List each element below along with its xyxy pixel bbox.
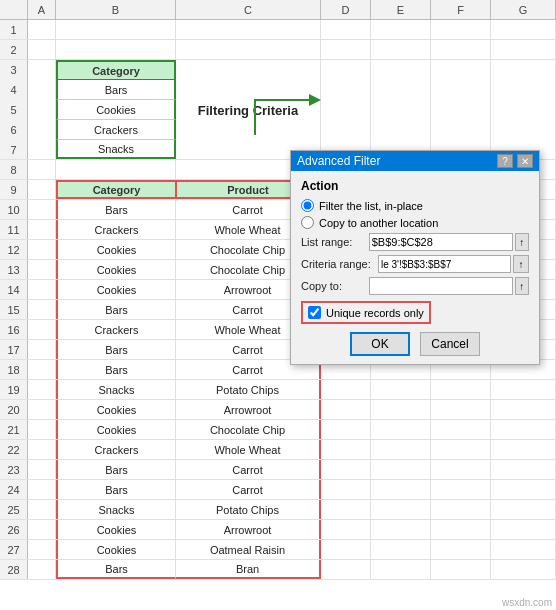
cell-f23[interactable] [431, 460, 491, 479]
cell-f20[interactable] [431, 400, 491, 419]
cell-b3-criteria-header[interactable]: Category [56, 60, 176, 80]
cell-c19[interactable]: Potato Chips [176, 380, 321, 399]
cell-c3[interactable] [176, 60, 321, 80]
cell-d23[interactable] [321, 460, 371, 479]
cell-a2[interactable] [28, 40, 56, 59]
cell-d19[interactable] [321, 380, 371, 399]
cell-d24[interactable] [321, 480, 371, 499]
cell-f24[interactable] [431, 480, 491, 499]
cell-a27[interactable] [28, 540, 56, 559]
advanced-filter-dialog[interactable]: Advanced Filter ? ✕ Action Filter the li… [290, 150, 540, 365]
cell-b19[interactable]: Snacks [56, 380, 176, 399]
cell-d27[interactable] [321, 540, 371, 559]
cell-b1[interactable] [56, 20, 176, 39]
cell-c5[interactable]: Filtering Criteria [176, 100, 321, 120]
cell-a23[interactable] [28, 460, 56, 479]
cell-g5[interactable] [491, 100, 556, 120]
cell-f28[interactable] [431, 560, 491, 579]
cell-e5[interactable] [371, 100, 431, 120]
cell-e24[interactable] [371, 480, 431, 499]
cell-b14[interactable]: Cookies [56, 280, 176, 299]
cell-e1[interactable] [371, 20, 431, 39]
cell-g21[interactable] [491, 420, 556, 439]
cell-f27[interactable] [431, 540, 491, 559]
cell-a26[interactable] [28, 520, 56, 539]
cell-a24[interactable] [28, 480, 56, 499]
cell-b18[interactable]: Bars [56, 360, 176, 379]
cell-d1[interactable] [321, 20, 371, 39]
cell-b27[interactable]: Cookies [56, 540, 176, 559]
cell-g27[interactable] [491, 540, 556, 559]
cell-d21[interactable] [321, 420, 371, 439]
cell-a3[interactable] [28, 60, 56, 80]
cell-e27[interactable] [371, 540, 431, 559]
cell-g6[interactable] [491, 120, 556, 140]
cell-a16[interactable] [28, 320, 56, 339]
cell-b26[interactable]: Cookies [56, 520, 176, 539]
criteria-range-input[interactable] [378, 255, 511, 273]
copy-to-input[interactable] [369, 277, 513, 295]
cell-b12[interactable]: Cookies [56, 240, 176, 259]
cell-c26[interactable]: Arrowroot [176, 520, 321, 539]
cell-g2[interactable] [491, 40, 556, 59]
cell-b7-snacks[interactable]: Snacks [56, 140, 176, 159]
cell-b11[interactable]: Crackers [56, 220, 176, 239]
criteria-range-collapse-button[interactable]: ↑ [513, 255, 529, 273]
cell-c1[interactable] [176, 20, 321, 39]
cell-e3[interactable] [371, 60, 431, 80]
cell-c28[interactable]: Bran [176, 560, 321, 579]
cell-e2[interactable] [371, 40, 431, 59]
cell-f2[interactable] [431, 40, 491, 59]
unique-records-row[interactable]: Unique records only [301, 301, 431, 324]
cell-a17[interactable] [28, 340, 56, 359]
cell-b23[interactable]: Bars [56, 460, 176, 479]
cell-d28[interactable] [321, 560, 371, 579]
cell-b10[interactable]: Bars [56, 200, 176, 219]
cell-b17[interactable]: Bars [56, 340, 176, 359]
dialog-radio-row-1[interactable]: Filter the list, in-place [301, 199, 529, 212]
cell-e19[interactable] [371, 380, 431, 399]
cell-c21[interactable]: Chocolate Chip [176, 420, 321, 439]
cell-e23[interactable] [371, 460, 431, 479]
cell-b15[interactable]: Bars [56, 300, 176, 319]
cell-g28[interactable] [491, 560, 556, 579]
cell-g22[interactable] [491, 440, 556, 459]
radio-filter-inplace[interactable] [301, 199, 314, 212]
cell-d4[interactable] [321, 80, 371, 100]
cell-c27[interactable]: Oatmeal Raisin [176, 540, 321, 559]
dialog-ok-button[interactable]: OK [350, 332, 410, 356]
cell-b4-bars[interactable]: Bars [56, 80, 176, 100]
cell-a20[interactable] [28, 400, 56, 419]
cell-a4[interactable] [28, 80, 56, 100]
cell-f6[interactable] [431, 120, 491, 140]
cell-e26[interactable] [371, 520, 431, 539]
cell-g19[interactable] [491, 380, 556, 399]
cell-e21[interactable] [371, 420, 431, 439]
cell-f19[interactable] [431, 380, 491, 399]
cell-a10[interactable] [28, 200, 56, 219]
cell-c25[interactable]: Potato Chips [176, 500, 321, 519]
cell-a9[interactable] [28, 180, 56, 199]
cell-e25[interactable] [371, 500, 431, 519]
unique-records-checkbox[interactable] [308, 306, 321, 319]
cell-g26[interactable] [491, 520, 556, 539]
cell-g25[interactable] [491, 500, 556, 519]
cell-a1[interactable] [28, 20, 56, 39]
cell-a14[interactable] [28, 280, 56, 299]
list-range-collapse-button[interactable]: ↑ [515, 233, 529, 251]
cell-f25[interactable] [431, 500, 491, 519]
dialog-close-button[interactable]: ✕ [517, 154, 533, 168]
dialog-radio-row-2[interactable]: Copy to another location [301, 216, 529, 229]
cell-a6[interactable] [28, 120, 56, 140]
cell-d25[interactable] [321, 500, 371, 519]
cell-a19[interactable] [28, 380, 56, 399]
cell-b22[interactable]: Crackers [56, 440, 176, 459]
copy-to-collapse-button[interactable]: ↑ [515, 277, 529, 295]
cell-f1[interactable] [431, 20, 491, 39]
list-range-input[interactable] [369, 233, 513, 251]
cell-c4[interactable] [176, 80, 321, 100]
cell-a15[interactable] [28, 300, 56, 319]
cell-b24[interactable]: Bars [56, 480, 176, 499]
cell-d5[interactable] [321, 100, 371, 120]
cell-g4[interactable] [491, 80, 556, 100]
